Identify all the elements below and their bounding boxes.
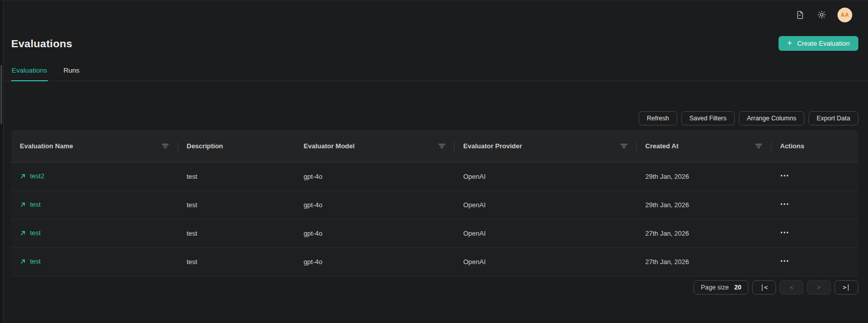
filter-icon[interactable] (161, 143, 170, 149)
ellipsis-icon[interactable]: ⋯ (780, 199, 791, 211)
evaluations-table: Evaluation Name Description Evaluator Mo… (11, 130, 858, 276)
evaluator-model-cell: gpt-4o (295, 201, 455, 209)
page-size-value: 20 (734, 284, 741, 291)
description-cell: test (178, 230, 295, 237)
column-label: Actions (780, 142, 804, 150)
export-data-button[interactable]: Export Data (809, 111, 858, 125)
create-evaluation-button[interactable]: + Create Evaluation (779, 36, 858, 51)
arrow-up-right-icon (20, 173, 26, 179)
tab-bar: Evaluations Runs (4, 67, 868, 81)
previous-page-button: < (780, 280, 803, 295)
evaluator-model-cell: gpt-4o (295, 258, 455, 266)
topbar: AA (11, 1, 858, 29)
evaluator-model-cell: gpt-4o (295, 230, 455, 237)
table-row: test2 test gpt-4o OpenAI 29th Jan, 2026 … (11, 163, 858, 191)
plus-icon: + (787, 39, 792, 47)
filter-icon[interactable] (619, 143, 628, 149)
evaluations-page: AA Evaluations + Create Evaluation Evalu… (4, 1, 868, 323)
column-header-actions: Actions (771, 130, 858, 162)
table-header-row: Evaluation Name Description Evaluator Mo… (11, 130, 858, 163)
left-scrollbar-rail (0, 1, 4, 323)
page-header: Evaluations + Create Evaluation (11, 36, 858, 51)
first-page-button[interactable]: |< (752, 280, 776, 295)
created-at-cell: 27th Jan, 2026 (637, 258, 771, 266)
table-row: test test gpt-4o OpenAI 29th Jan, 2026 ⋯ (11, 191, 858, 219)
evaluation-name: test (30, 229, 41, 237)
scrollbar-thumb[interactable] (1, 65, 2, 124)
column-header-created-at: Created At (637, 130, 771, 162)
ellipsis-icon[interactable]: ⋯ (780, 170, 791, 183)
ellipsis-icon[interactable]: ⋯ (780, 255, 791, 268)
column-label: Evaluation Name (20, 142, 73, 150)
evaluator-model-cell: gpt-4o (295, 173, 455, 180)
column-header-evaluation-name: Evaluation Name (11, 130, 178, 162)
evaluator-provider-cell: OpenAI (455, 230, 637, 237)
arrow-up-right-icon (20, 202, 26, 208)
created-at-cell: 27th Jan, 2026 (637, 230, 771, 237)
description-cell: test (178, 201, 295, 209)
evaluation-link[interactable]: test (20, 201, 41, 208)
table-toolbar: Refresh Saved Filters Arrange Columns Ex… (11, 111, 858, 125)
evaluation-name: test2 (30, 172, 44, 180)
table-row: test test gpt-4o OpenAI 27th Jan, 2026 ⋯ (11, 248, 858, 276)
arrow-up-right-icon (20, 259, 26, 265)
description-cell: test (178, 258, 295, 266)
evaluator-provider-cell: OpenAI (455, 201, 637, 209)
filter-icon[interactable] (754, 143, 763, 149)
tab-evaluations[interactable]: Evaluations (11, 67, 48, 81)
column-label: Description (187, 142, 223, 150)
created-at-cell: 29th Jan, 2026 (637, 201, 771, 209)
column-label: Evaluator Provider (463, 142, 522, 150)
description-cell: test (178, 173, 295, 180)
arrange-columns-button[interactable]: Arrange Columns (739, 111, 804, 125)
tab-runs[interactable]: Runs (63, 67, 80, 81)
evaluation-name: test (30, 201, 41, 208)
create-evaluation-label: Create Evaluation (797, 40, 850, 47)
last-page-button[interactable]: >| (834, 280, 858, 295)
evaluation-link[interactable]: test2 (20, 172, 44, 180)
document-icon[interactable] (794, 9, 806, 21)
column-header-evaluator-model: Evaluator Model (295, 130, 455, 162)
evaluator-provider-cell: OpenAI (455, 258, 637, 266)
column-header-description: Description (178, 130, 295, 162)
column-label: Created At (645, 142, 678, 150)
evaluation-name: test (30, 257, 41, 265)
refresh-button[interactable]: Refresh (639, 111, 677, 125)
pagination-bar: Page size 20 |< < > >| (11, 280, 858, 295)
avatar-initials: AA (841, 12, 849, 18)
column-label: Evaluator Model (304, 142, 354, 150)
arrow-up-right-icon (20, 230, 26, 236)
page-title: Evaluations (11, 38, 72, 50)
column-header-evaluator-provider: Evaluator Provider (455, 130, 637, 162)
evaluation-link[interactable]: test (20, 257, 41, 265)
evaluator-provider-cell: OpenAI (455, 173, 637, 180)
saved-filters-button[interactable]: Saved Filters (681, 111, 735, 125)
evaluation-link[interactable]: test (20, 229, 41, 237)
avatar[interactable]: AA (837, 8, 852, 22)
table-row: test test gpt-4o OpenAI 27th Jan, 2026 ⋯ (11, 219, 858, 248)
filter-icon[interactable] (437, 143, 446, 149)
ellipsis-icon[interactable]: ⋯ (780, 227, 791, 240)
page-size-selector[interactable]: Page size 20 (694, 280, 749, 295)
next-page-button: > (807, 280, 831, 295)
page-size-label: Page size (701, 284, 729, 291)
created-at-cell: 29th Jan, 2026 (637, 173, 771, 180)
sun-icon[interactable] (816, 9, 828, 21)
